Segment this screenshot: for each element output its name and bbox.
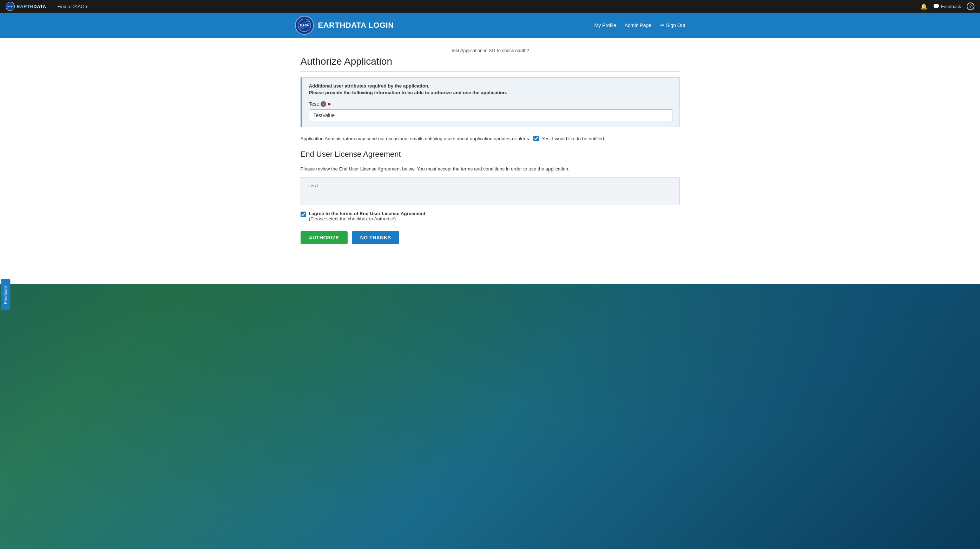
field-label: Test: ? ● (309, 101, 672, 107)
brand-earth: EARTHDATA (17, 4, 46, 9)
edl-header: NASA EARTHDATA LOGIN My Profile Admin Pa… (0, 13, 980, 38)
find-daac-menu: Find a DAAC ▾ (54, 2, 91, 11)
test-input[interactable] (309, 109, 672, 121)
edl-header-nav: My Profile Admin Page ⮕ Sign Out (595, 22, 686, 28)
svg-text:NASA: NASA (300, 24, 309, 27)
notification-row: Application Administrators may send out … (301, 136, 680, 141)
sign-out-link[interactable]: ⮕ Sign Out (660, 22, 685, 28)
notification-checkbox[interactable] (533, 136, 539, 141)
feedback-button[interactable]: 💬 Feedback (933, 3, 961, 10)
notification-bell-icon[interactable]: 🔔 (920, 3, 928, 10)
eula-agree-checkbox[interactable] (301, 212, 306, 217)
alert-text: Additional user attributes required by t… (309, 83, 672, 95)
eula-agree-text: I agree to the terms of End User License… (309, 211, 426, 222)
no-thanks-button[interactable]: NO THANKS (352, 231, 399, 244)
edl-title: EARTHDATA LOGIN (318, 21, 394, 30)
nasa-logo-small: NASA (6, 2, 15, 11)
main-content: Test Application in SIT to check oauth2 … (286, 38, 694, 284)
help-icon[interactable]: ? (967, 2, 974, 10)
signout-icon: ⮕ (660, 22, 665, 28)
chat-icon: 💬 (933, 3, 940, 10)
field-info-icon[interactable]: ? (321, 101, 326, 107)
button-row: AUTHORIZE NO THANKS (301, 231, 680, 244)
test-field-container: Test: ? ● (309, 101, 672, 121)
content-wrapper: Test Application in SIT to check oauth2 … (0, 38, 980, 284)
edl-logo: NASA EARTHDATA LOGIN (295, 16, 394, 35)
alert-box: Additional user attributes required by t… (301, 77, 680, 127)
notification-label-after: Yes, I would like to be notified. (542, 136, 605, 141)
my-profile-link[interactable]: My Profile (595, 22, 616, 28)
find-daac-button[interactable]: Find a DAAC ▾ (54, 2, 91, 11)
background-area: NASA EARTHDATA LOGIN My Profile Admin Pa… (0, 13, 980, 549)
top-nav-right: 🔔 💬 Feedback ? (920, 2, 974, 10)
page-title: Authorize Application (301, 56, 680, 72)
eula-description: Please review the End User License Agree… (301, 166, 680, 172)
nasa-logo-large: NASA (295, 16, 314, 35)
eula-text-box: test (301, 177, 680, 205)
admin-page-link[interactable]: Admin Page (625, 22, 651, 28)
authorize-button[interactable]: AUTHORIZE (301, 231, 348, 244)
feedback-side-tab[interactable]: Feedback (1, 279, 10, 310)
notification-label-before: Application Administrators may send out … (301, 136, 531, 141)
eula-section-title: End User License Agreement (301, 150, 680, 162)
top-nav: NASA EARTHDATA Find a DAAC ▾ 🔔 💬 Feedbac… (0, 0, 980, 13)
app-subtitle: Test Application in SIT to check oauth2 (301, 48, 680, 53)
eula-agree-row: I agree to the terms of End User License… (301, 211, 680, 222)
field-required-marker: ● (328, 101, 331, 107)
brand: NASA EARTHDATA (6, 2, 46, 11)
